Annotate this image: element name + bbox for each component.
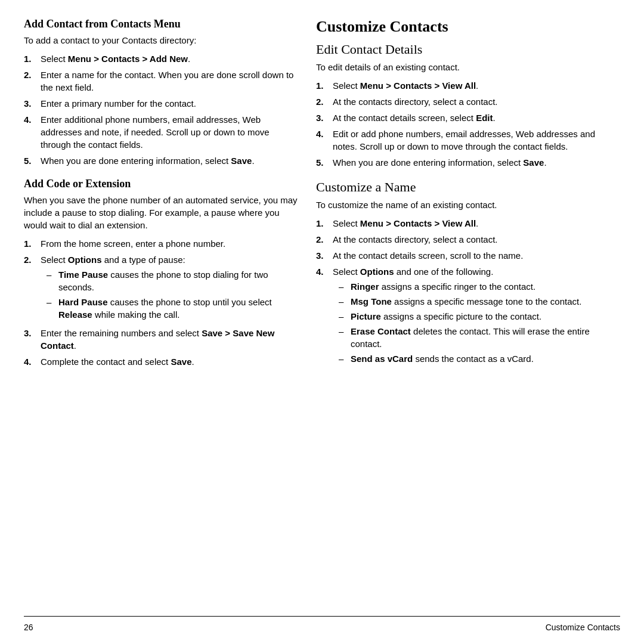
table-row: 2. At the contacts directory, select a c… (316, 233, 620, 246)
add-contact-steps: 1. Select Menu > Contacts > Add New. 2. … (24, 52, 298, 167)
content-area: Add Contact from Contacts Menu To add a … (24, 18, 620, 616)
customize-name-intro: To customize the name of an existing con… (316, 199, 620, 211)
right-column: Customize Contacts Edit Contact Details … (316, 18, 620, 616)
add-code-steps: 1. From the home screen, enter a phone n… (24, 237, 298, 368)
edit-contact-title: Edit Contact Details (316, 42, 620, 57)
table-row: 3. At the contact details screen, scroll… (316, 249, 620, 262)
left-column: Add Contact from Contacts Menu To add a … (24, 18, 298, 616)
add-contact-title: Add Contact from Contacts Menu (24, 18, 298, 30)
edit-contact-intro: To edit details of an existing contact. (316, 61, 620, 73)
list-item: – Send as vCard sends the contact as a v… (339, 352, 620, 365)
table-row: 1. Select Menu > Contacts > View All. (316, 217, 620, 230)
list-item: – Time Pause causes the phone to stop di… (47, 268, 298, 293)
options-list: – Ringer assigns a specific ringer to th… (339, 280, 620, 365)
table-row: 1. Select Menu > Contacts > Add New. (24, 52, 298, 65)
page: Add Contact from Contacts Menu To add a … (0, 0, 644, 644)
list-item: – Erase Contact deletes the contact. Thi… (339, 325, 620, 350)
list-item: – Msg Tone assigns a specific message to… (339, 295, 620, 308)
list-item: – Ringer assigns a specific ringer to th… (339, 280, 620, 293)
table-row: 4. Edit or add phone numbers, email addr… (316, 128, 620, 153)
table-row: 2. Select Options and a type of pause: –… (24, 253, 298, 323)
table-row: 3. Enter a primary number for the contac… (24, 97, 298, 110)
list-item: – Picture assigns a specific picture to … (339, 310, 620, 323)
add-code-intro: When you save the phone number of an aut… (24, 194, 298, 231)
add-contact-intro: To add a contact to your Contacts direct… (24, 34, 298, 47)
section-customize-name: Customize a Name To customize the name o… (316, 179, 620, 367)
table-row: 3. At the contact details screen, select… (316, 112, 620, 124)
table-row: 1. From the home screen, enter a phone n… (24, 237, 298, 250)
section-edit-contact: Edit Contact Details To edit details of … (316, 42, 620, 169)
section-add-contact: Add Contact from Contacts Menu To add a … (24, 18, 298, 167)
section-add-code: Add Code or Extension When you save the … (24, 178, 298, 368)
add-code-title: Add Code or Extension (24, 178, 298, 190)
table-row: 3. Enter the remaining numbers and selec… (24, 327, 298, 352)
table-row: 5. When you are done entering informatio… (316, 156, 620, 169)
table-row: 5. When you are done entering informatio… (24, 154, 298, 167)
footer-title: Customize Contacts (546, 623, 620, 632)
table-row: 4. Complete the contact and select Save. (24, 355, 298, 368)
edit-contact-steps: 1. Select Menu > Contacts > View All. 2.… (316, 79, 620, 169)
table-row: 2. At the contacts directory, select a c… (316, 95, 620, 108)
customize-name-steps: 1. Select Menu > Contacts > View All. 2.… (316, 217, 620, 367)
table-row: 1. Select Menu > Contacts > View All. (316, 79, 620, 92)
table-row: 2. Enter a name for the contact. When yo… (24, 69, 298, 94)
footer: 26 Customize Contacts (24, 616, 620, 632)
footer-page-number: 26 (24, 623, 33, 632)
customize-contacts-main-title: Customize Contacts (316, 18, 620, 36)
customize-name-title: Customize a Name (316, 179, 620, 195)
table-row: 4. Select Options and one of the followi… (316, 265, 620, 367)
table-row: 4. Enter additional phone numbers, email… (24, 113, 298, 151)
pause-types: – Time Pause causes the phone to stop di… (47, 268, 298, 321)
list-item: – Hard Pause causes the phone to stop un… (47, 296, 298, 321)
